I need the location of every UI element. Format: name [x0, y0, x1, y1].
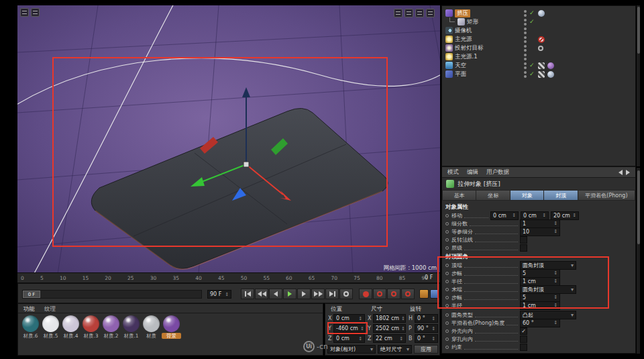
- object-manager-scrollbar[interactable]: [636, 5, 640, 166]
- phong-tag-icon[interactable]: [547, 71, 554, 78]
- object-name[interactable]: 平面: [455, 70, 466, 79]
- scrollbar-thumb[interactable]: [637, 170, 640, 244]
- menu-mode[interactable]: 模式: [447, 168, 459, 176]
- material-item[interactable]: 材质.4: [61, 315, 80, 339]
- object-name[interactable]: 主光源: [455, 36, 472, 44]
- record-position-button[interactable]: [387, 289, 400, 299]
- material-item[interactable]: 材质.3: [81, 315, 101, 339]
- object-row-sky[interactable]: 天空 ✓: [442, 61, 635, 70]
- viewport-canvas[interactable]: [17, 5, 440, 274]
- texture-tag-icon[interactable]: [538, 62, 545, 69]
- material-sphere[interactable]: [62, 315, 79, 332]
- material-item[interactable]: 材质.1: [121, 315, 141, 339]
- material-sphere[interactable]: [163, 315, 180, 332]
- flip-normals-checkbox[interactable]: [520, 236, 527, 244]
- size-x-field[interactable]: 1802 cm: [373, 314, 406, 323]
- object-row-plane[interactable]: 平面 ✓: [442, 70, 635, 79]
- enable-check-icon[interactable]: ✓: [529, 9, 535, 17]
- anim-dot-icon[interactable]: [445, 329, 449, 333]
- visibility-dots[interactable]: [524, 19, 527, 25]
- material-sphere[interactable]: [143, 315, 160, 332]
- key-icon[interactable]: [430, 289, 439, 299]
- record-parameter-button[interactable]: [401, 289, 415, 299]
- end-frame-field[interactable]: 90 F: [207, 290, 231, 299]
- loop-mode-button[interactable]: [339, 289, 353, 299]
- anim-dot-icon[interactable]: [445, 222, 449, 225]
- visibility-dots[interactable]: [524, 62, 527, 69]
- size-z-field[interactable]: 22 cm: [373, 334, 406, 343]
- size-mode-dropdown[interactable]: 绝对尺寸: [378, 345, 412, 354]
- anim-dot-icon[interactable]: [445, 288, 449, 291]
- history-back-icon[interactable]: [619, 170, 623, 175]
- hierarchy-checkbox[interactable]: [520, 244, 527, 252]
- autokey-button[interactable]: [373, 289, 386, 299]
- visibility-dots[interactable]: [524, 71, 527, 78]
- phong-tag-icon[interactable]: [538, 10, 545, 17]
- viewport-menu-icon[interactable]: [20, 8, 29, 17]
- anim-dot-icon[interactable]: [445, 238, 449, 242]
- rot-h-field[interactable]: 0 °: [415, 314, 438, 323]
- visibility-dots[interactable]: [524, 36, 527, 43]
- end-radius-field[interactable]: 1 cm: [520, 301, 560, 310]
- gizmo-center[interactable]: [244, 162, 249, 167]
- object-row-camera[interactable]: 摄像机: [442, 26, 635, 35]
- menu-edit[interactable]: 编辑: [467, 168, 478, 176]
- material-sphere[interactable]: [83, 315, 99, 332]
- previous-key-button[interactable]: [255, 289, 268, 299]
- iso-subdivision-field[interactable]: 10: [520, 227, 560, 236]
- anim-dot-icon[interactable]: [445, 321, 449, 325]
- object-row-rectangle[interactable]: 矩形 ✓: [442, 17, 635, 26]
- enable-check-icon[interactable]: ✓: [529, 70, 535, 79]
- object-row-spot-target[interactable]: 投射灯目标: [442, 44, 635, 52]
- tab-caps[interactable]: 封顶: [544, 190, 578, 201]
- phong-angle-field[interactable]: 60 °: [520, 319, 560, 327]
- exclusion-tag-icon[interactable]: [538, 36, 545, 43]
- object-name[interactable]: 矩形: [467, 18, 478, 26]
- visibility-dots[interactable]: [524, 45, 527, 52]
- object-row-extrude[interactable]: 挤压 ✓: [442, 9, 635, 17]
- enable-check-icon[interactable]: ✓: [529, 61, 535, 70]
- object-name[interactable]: 挤压: [455, 9, 470, 17]
- visibility-dots[interactable]: [524, 10, 527, 17]
- pos-y-field[interactable]: -460 cm: [333, 324, 365, 333]
- material-sphere[interactable]: [22, 315, 39, 332]
- material-item[interactable]: 材质: [142, 315, 161, 339]
- timeline-slider[interactable]: 0 F: [22, 290, 202, 299]
- size-y-field[interactable]: 2502 cm: [373, 324, 406, 333]
- material-menu-texture[interactable]: 纹理: [44, 305, 56, 311]
- tab-object[interactable]: 对象: [511, 190, 544, 201]
- menu-userdata[interactable]: 用户数据: [486, 168, 509, 176]
- next-frame-button[interactable]: [297, 289, 311, 299]
- hull-inward-checkbox[interactable]: ✓: [520, 327, 527, 335]
- texture-tag-icon[interactable]: [538, 71, 545, 78]
- tab-phong[interactable]: 平滑着色(Phong): [578, 190, 635, 201]
- material-item-selected[interactable]: 背景: [162, 315, 181, 339]
- attribute-manager-scrollbar[interactable]: [636, 168, 640, 354]
- viewport-zoom-icon[interactable]: [405, 9, 413, 17]
- keyframe-selection-icon[interactable]: [419, 289, 429, 299]
- previous-frame-button[interactable]: [269, 289, 282, 299]
- material-item[interactable]: 材质.6: [21, 315, 40, 339]
- timeline-ruler[interactable]: 0 5 10 15 20 25 30 35 40 45 50 55 60 65 …: [17, 272, 440, 283]
- target-tag-icon[interactable]: [538, 46, 543, 51]
- apply-button[interactable]: 应用: [414, 345, 438, 354]
- material-item[interactable]: 材质.5: [41, 315, 60, 339]
- scrollbar-thumb[interactable]: [637, 7, 640, 54]
- material-menu-function[interactable]: 功能: [23, 305, 35, 311]
- anim-dot-icon[interactable]: [445, 280, 449, 283]
- material-sphere[interactable]: [123, 315, 140, 332]
- anim-dot-icon[interactable]: [445, 272, 449, 275]
- record-keyframe-button[interactable]: [359, 289, 372, 299]
- play-button[interactable]: [283, 289, 297, 299]
- viewport-orbit-icon[interactable]: [415, 9, 424, 17]
- history-forward-icon[interactable]: [626, 170, 630, 175]
- anim-dot-icon[interactable]: [445, 313, 449, 317]
- compositing-tag-icon[interactable]: [547, 62, 554, 69]
- move-x-field[interactable]: 0 cm: [490, 211, 519, 220]
- viewport[interactable]: 网格间距 : 1000 cm: [17, 5, 440, 274]
- go-to-end-button[interactable]: [325, 289, 339, 299]
- anim-dot-icon[interactable]: [445, 264, 449, 267]
- hole-inward-checkbox[interactable]: [520, 336, 527, 343]
- tab-basic[interactable]: 基本: [442, 190, 476, 201]
- anim-dot-icon[interactable]: [445, 214, 449, 217]
